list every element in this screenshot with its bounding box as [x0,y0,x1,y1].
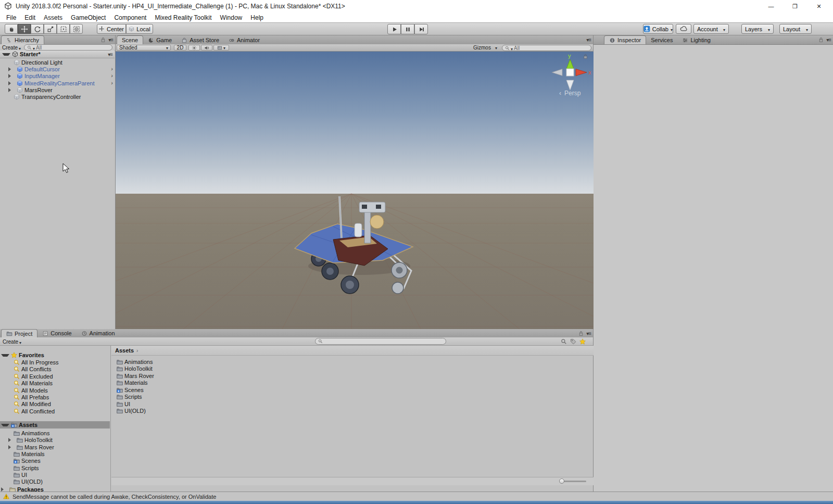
tree-folder-holotoolkit[interactable]: HoloToolkit [0,436,110,443]
favorite-item[interactable]: All Prefabs [0,394,110,400]
hierarchy-item-directional-light[interactable]: Directional Light [0,59,115,66]
favorite-item[interactable]: All Excluded [0,373,110,380]
favorite-item[interactable]: All Materials [0,380,110,386]
minimize-button[interactable]: — [759,0,783,12]
gizmo-lock-icon[interactable] [583,54,588,59]
content-folder-scenes[interactable]: Scenes [111,386,593,393]
foldout-closed-icon[interactable] [8,438,15,442]
content-folder-materials[interactable]: Materials [111,379,593,386]
project-create-button[interactable]: Create [3,338,21,345]
panel-menu-icon[interactable]: ▾≡ [826,37,831,43]
foldout-open-icon[interactable] [1,424,9,426]
pause-button[interactable] [401,24,414,34]
scale-tool-button[interactable] [44,24,57,34]
foldout-closed-icon[interactable] [8,445,15,449]
breadcrumb[interactable]: Assets [115,347,134,354]
hierarchy-item-defaultcursor[interactable]: DefaultCursor › [0,66,115,72]
favorite-item[interactable]: All Modified [0,400,110,407]
favorite-item[interactable]: All Conflicted [0,408,110,414]
menu-mixed-reality-toolkit[interactable]: Mixed Reality Toolkit [150,14,216,21]
maximize-button[interactable]: ❐ [783,0,807,12]
scene-header-row[interactable]: Starter* ▾≡ [0,51,115,58]
lock-icon[interactable] [100,37,106,43]
tree-folder-ui-old[interactable]: UI(OLD) [0,478,110,485]
layout-dropdown[interactable]: Layout [779,24,812,34]
favorite-item[interactable]: All Conflicts [0,366,110,372]
tab-scene[interactable]: Scene [117,35,143,44]
favorite-item[interactable]: All In Progress [0,359,110,366]
menu-component[interactable]: Component [110,14,150,21]
prefab-open-arrow[interactable]: › [111,72,113,79]
assets-root-row[interactable]: Assets [0,421,110,429]
search-by-type-icon[interactable] [561,338,567,345]
gizmos-dropdown[interactable]: Gizmos [471,45,499,51]
layers-dropdown[interactable]: Layers [741,24,774,34]
hierarchy-item-transparencycontroller[interactable]: TransparencyController [0,93,115,100]
foldout-open-icon[interactable] [2,53,10,56]
saved-search-star-icon[interactable] [579,338,586,345]
tab-game[interactable]: Game [143,36,176,44]
panel-menu-icon[interactable]: ▾≡ [586,37,591,43]
tab-lighting[interactable]: Lighting [677,36,715,44]
project-search-field[interactable] [315,338,446,345]
menu-gameobject[interactable]: GameObject [67,14,110,21]
foldout-closed-icon[interactable] [8,88,15,92]
scene-lighting-toggle[interactable] [188,45,200,51]
slider-knob[interactable] [559,478,564,484]
tab-animation[interactable]: Animation [77,329,120,337]
menu-edit[interactable]: Edit [20,14,40,21]
content-folder-animations[interactable]: Animations [111,358,593,365]
scene-menu-icon[interactable]: ▾≡ [108,52,112,57]
menu-file[interactable]: File [2,14,20,21]
content-folder-ui-old[interactable]: UI(OLD) [111,407,593,414]
content-folder-holotoolkit[interactable]: HoloToolkit [111,365,593,372]
foldout-closed-icon[interactable] [1,487,8,492]
hierarchy-item-inputmanager[interactable]: InputManager › [0,72,115,79]
scene-viewport[interactable]: y x ‹ Persp [116,52,594,329]
tab-inspector[interactable]: Inspector [604,35,646,44]
tree-folder-ui[interactable]: UI [0,471,110,478]
tree-folder-scripts[interactable]: Scripts [0,464,110,471]
collab-button[interactable]: Collab [643,24,673,34]
step-button[interactable] [414,24,428,34]
account-dropdown[interactable]: Account [693,24,729,34]
hierarchy-search-field[interactable]: All [24,44,112,51]
pivot-mode-button[interactable]: Center [97,24,126,34]
status-bar[interactable]: SendMessage cannot be called during Awak… [0,492,833,501]
content-folder-ui[interactable]: UI [111,400,593,407]
favorites-header[interactable]: Favorites [0,351,110,359]
menu-assets[interactable]: Assets [40,14,67,21]
hierarchy-create-button[interactable]: Create [2,44,21,51]
lock-icon[interactable] [578,331,584,336]
cloud-services-button[interactable] [676,24,691,34]
menu-window[interactable]: Window [216,14,247,21]
foldout-closed-icon[interactable] [8,74,15,78]
move-tool-button[interactable] [18,24,31,34]
tab-hierarchy[interactable]: Hierarchy [1,35,44,44]
foldout-closed-icon[interactable] [8,81,15,85]
tab-asset-store[interactable]: Asset Store [176,36,224,44]
prefab-open-arrow[interactable]: › [111,66,113,72]
rect-tool-button[interactable] [57,24,70,34]
search-by-label-icon[interactable] [570,338,576,345]
draw-mode-dropdown[interactable]: Shaded [117,45,171,51]
close-button[interactable]: ✕ [807,0,831,12]
hierarchy-item-marsrover[interactable]: MarsRover [0,86,115,93]
space-mode-button[interactable]: Local [126,24,153,34]
tree-folder-animations[interactable]: Animations [0,430,110,436]
icon-size-slider[interactable] [560,481,586,482]
tab-project[interactable]: Project [1,329,37,337]
menu-help[interactable]: Help [246,14,268,21]
content-folder-scripts[interactable]: Scripts [111,393,593,400]
tree-folder-scenes[interactable]: Scenes [0,457,110,464]
toggle-2d-button[interactable]: 2D [174,45,186,51]
scene-audio-toggle[interactable] [201,45,212,51]
hierarchy-item-mixedrealitycameraparent[interactable]: MixedRealityCameraParent › [0,80,115,86]
hand-tool-button[interactable] [5,24,18,34]
content-folder-mars-rover[interactable]: Mars Rover [111,372,593,379]
tree-folder-mars-rover[interactable]: Mars Rover [0,444,110,450]
lock-icon[interactable] [818,37,824,43]
scene-fx-dropdown[interactable] [213,45,229,51]
transform-tool-button[interactable] [70,24,83,34]
tab-console[interactable]: Console [37,329,76,337]
